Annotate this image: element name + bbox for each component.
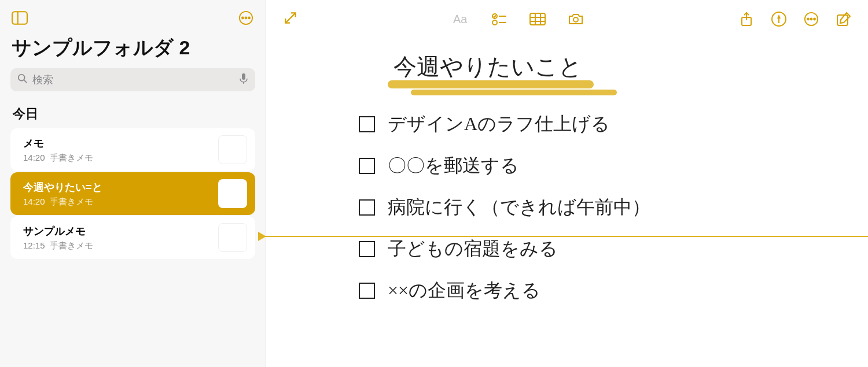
note-title: サンプルメモ [23, 224, 211, 238]
checkbox-icon[interactable] [359, 116, 375, 132]
note-subtitle: 手書きメモ [50, 240, 93, 251]
todo-text: デザインAのラフ仕上げる [388, 112, 610, 137]
markup-icon[interactable] [771, 12, 787, 27]
section-header-today: 今日 [9, 102, 256, 128]
sidebar-toggle-icon[interactable] [12, 10, 28, 25]
todo-text: 〇〇を郵送する [388, 153, 519, 179]
svg-point-21 [573, 17, 578, 22]
search-icon [17, 73, 28, 86]
todo-item: デザインAのラフ仕上げる [359, 112, 833, 137]
table-icon[interactable] [529, 12, 546, 27]
compose-icon[interactable] [836, 12, 852, 27]
svg-point-6 [19, 75, 25, 81]
note-subtitle: 手書きメモ [50, 197, 93, 207]
svg-text:Aa: Aa [453, 13, 468, 25]
note-canvas[interactable]: 今週やりたいこと デザインAのラフ仕上げる 〇〇を郵送する 病院に行く（できれば… [266, 34, 868, 367]
svg-line-7 [24, 80, 27, 83]
svg-point-5 [248, 17, 250, 19]
svg-rect-8 [242, 73, 245, 80]
svg-rect-16 [530, 13, 545, 25]
note-time: 14:20 [23, 153, 45, 164]
todo-item: 子どもの宿題をみる [359, 236, 833, 262]
svg-point-14 [492, 20, 497, 25]
todo-list: デザインAのラフ仕上げる 〇〇を郵送する 病院に行く（できれば午前中） 子どもの… [359, 112, 833, 303]
checkbox-icon[interactable] [359, 199, 375, 216]
svg-point-3 [242, 17, 244, 19]
note-item[interactable]: サンプルメモ 12:15 手書きメモ [10, 216, 255, 259]
checkbox-icon[interactable] [359, 241, 375, 257]
camera-icon[interactable] [568, 12, 584, 27]
search-input[interactable] [32, 74, 239, 86]
note-thumbnail [218, 223, 247, 252]
folder-title: サンプルフォルダ 2 [9, 35, 256, 68]
text-format-icon: Aa [453, 12, 469, 27]
note-thumbnail [218, 135, 247, 164]
note-title: 今週やりたい=と [23, 180, 211, 194]
todo-text: ××の企画を考える [388, 278, 540, 303]
mic-icon[interactable] [239, 73, 248, 87]
checklist-icon[interactable] [491, 12, 507, 27]
note-list: メモ 14:20 手書きメモ 今週やりたい=と 14:20 手書きメモ サンプル… [9, 128, 256, 260]
ellipsis-icon[interactable] [803, 12, 819, 27]
todo-text: 子どもの宿題をみる [388, 236, 558, 262]
handwritten-heading: 今週やりたいこと [393, 51, 582, 86]
share-icon[interactable] [738, 12, 755, 27]
insertion-line[interactable] [265, 236, 868, 237]
todo-text: 病院に行く（できれば午前中） [388, 195, 650, 220]
more-icon[interactable] [238, 10, 254, 25]
todo-item: 病院に行く（できれば午前中） [359, 195, 833, 220]
svg-rect-0 [12, 12, 27, 24]
note-time: 14:20 [23, 197, 45, 207]
note-thumbnail [218, 179, 247, 208]
note-title: メモ [23, 136, 211, 150]
expand-icon[interactable] [282, 10, 299, 25]
checkbox-icon[interactable] [359, 158, 375, 174]
note-item[interactable]: 今週やりたい=と 14:20 手書きメモ [10, 172, 255, 215]
todo-item: ××の企画を考える [359, 278, 833, 303]
svg-point-4 [245, 17, 247, 19]
toolbar: Aa [266, 0, 868, 34]
checkbox-icon[interactable] [359, 283, 375, 299]
sidebar: サンプルフォルダ 2 今日 メモ 14:20 手書きメモ [0, 0, 266, 367]
svg-point-28 [811, 18, 812, 20]
note-item[interactable]: メモ 14:20 手書きメモ [10, 128, 255, 171]
svg-point-29 [814, 18, 815, 20]
insertion-caret-icon [258, 232, 266, 241]
note-time: 12:15 [23, 240, 45, 251]
search-field[interactable] [10, 68, 255, 91]
svg-point-27 [807, 18, 809, 20]
main: Aa [266, 0, 868, 367]
note-subtitle: 手書きメモ [50, 153, 93, 164]
svg-line-10 [285, 13, 295, 23]
todo-item: 〇〇を郵送する [359, 153, 833, 179]
